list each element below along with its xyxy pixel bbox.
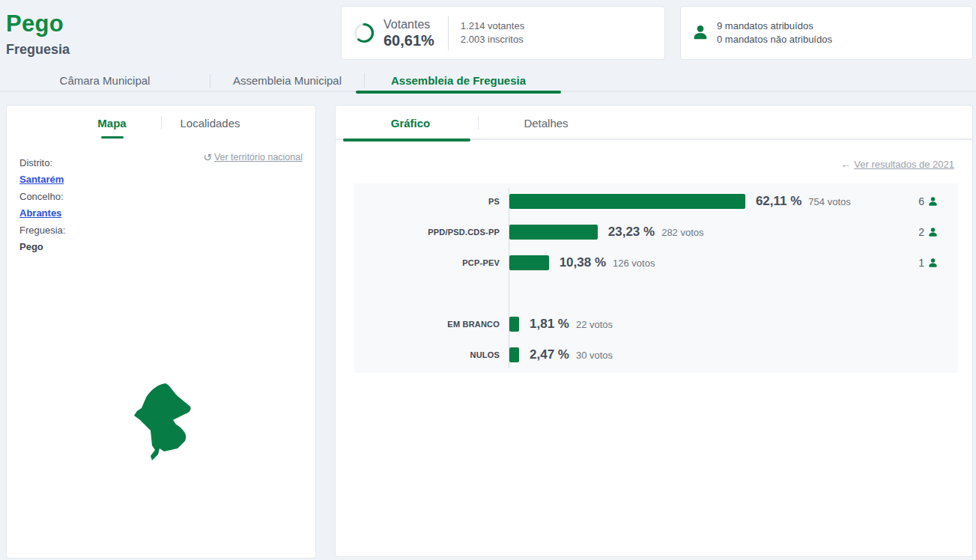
parish-label: Freguesia: <box>19 225 65 237</box>
result-bar <box>509 317 519 332</box>
percent-label: 62,11 % <box>756 194 801 209</box>
party-label: PPD/PSD.CDS-PP <box>354 228 509 237</box>
party-label: EM BRANCO <box>354 320 509 329</box>
parish-map[interactable] <box>118 381 207 465</box>
mandates-indicator: 2 <box>918 226 958 238</box>
mandates-count: 2 <box>918 226 924 238</box>
votes-label: 30 votos <box>576 350 613 361</box>
result-bar <box>509 225 598 240</box>
municipality-link[interactable]: Abrantes <box>19 207 65 219</box>
map-panel-tabs: Mapa Localidades <box>7 106 315 140</box>
view-2021-results-link[interactable]: ←Ver resultados de 2021 <box>840 158 954 170</box>
person-icon <box>927 258 939 269</box>
tab-localidades[interactable]: Localidades <box>162 106 259 140</box>
tab-assembleia-de-freguesia[interactable]: Assembleia de Freguesia <box>365 70 552 91</box>
result-row: EM BRANCO 1,81 % 22 votos <box>354 317 958 332</box>
tab-assembleia-municipal[interactable]: Assembleia Municipal <box>210 70 364 91</box>
votes-label: 282 votos <box>661 227 703 238</box>
organ-tab-bar: Câmara Municipal Assembleia Municipal As… <box>0 70 584 92</box>
turnout-donut-icon <box>352 21 376 45</box>
votes-label: 126 votos <box>613 258 655 269</box>
map-panel: Mapa Localidades ↺Ver território naciona… <box>6 105 316 559</box>
results-panel: Gráfico Detalhes ←Ver resultados de 2021… <box>335 105 973 557</box>
result-bar <box>509 194 745 209</box>
mandates-unassigned: 0 mandatos não atribuídos <box>717 33 832 46</box>
card-divider <box>448 16 449 50</box>
mandates-count: 6 <box>918 195 924 207</box>
votes-label: 754 votos <box>808 196 850 207</box>
percent-label: 10,38 % <box>560 255 606 270</box>
percent-label: 1,81 % <box>530 317 569 332</box>
result-row: PCP-PEV 10,38 % 126 votos 1 <box>354 255 958 270</box>
result-row: PPD/PSD.CDS-PP 23,23 % 282 votos 2 <box>354 225 958 240</box>
result-bar <box>509 347 519 362</box>
municipality-label: Concelho: <box>19 191 65 203</box>
mandates-count: 1 <box>918 257 924 269</box>
mandates-indicator: 6 <box>918 195 958 207</box>
party-label: PS <box>354 197 509 206</box>
result-row: PS 62,11 % 754 votos 6 <box>354 194 958 209</box>
undo-icon: ↺ <box>203 151 212 163</box>
tab-camara-municipal[interactable]: Câmara Municipal <box>0 70 210 91</box>
result-bar <box>509 255 549 270</box>
district-label: Distrito: <box>19 157 65 169</box>
turnout-label: Votantes <box>384 17 434 31</box>
voters-count: 1.214 votantes <box>461 19 524 33</box>
party-label: NULOS <box>354 350 509 359</box>
result-row: NULOS 2,47 % 30 votos <box>354 347 958 362</box>
person-icon <box>927 227 939 238</box>
tab-mapa[interactable]: Mapa <box>64 106 161 140</box>
results-chart-rows: PS 62,11 % 754 votos 6 PPD/PSD.CDS-PP 23… <box>354 194 958 378</box>
tab-detalhes[interactable]: Detalhes <box>479 106 613 140</box>
mandates-assigned: 9 mandatos atribuídos <box>717 19 832 33</box>
person-icon <box>927 196 939 207</box>
percent-label: 2,47 % <box>530 347 569 362</box>
registered-count: 2.003 inscritos <box>461 33 524 46</box>
tab-grafico[interactable]: Gráfico <box>343 106 478 140</box>
results-panel-tabs: Gráfico Detalhes <box>336 106 972 140</box>
party-label: PCP-PEV <box>354 258 509 267</box>
page-subtitle: Freguesia <box>6 42 70 58</box>
mandates-indicator: 1 <box>918 257 958 269</box>
person-icon <box>691 24 709 42</box>
parish-value: Pego <box>19 241 65 253</box>
turnout-percent: 60,61% <box>384 31 434 49</box>
percent-label: 23,23 % <box>608 225 655 240</box>
results-chart: PS 62,11 % 754 votos 6 PPD/PSD.CDS-PP 23… <box>354 183 958 373</box>
view-national-territory-link[interactable]: ↺Ver território nacional <box>203 150 303 162</box>
district-link[interactable]: Santarém <box>19 174 65 186</box>
votes-label: 22 votos <box>576 319 613 330</box>
turnout-card: Votantes 60,61% 1.214 votantes 2.003 ins… <box>341 6 665 60</box>
location-breadcrumb: Distrito: Santarém Concelho: Abrantes Fr… <box>19 152 65 253</box>
left-arrow-icon: ← <box>840 158 851 170</box>
page-title: Pego <box>6 10 64 37</box>
mandates-card: 9 mandatos atribuídos 0 mandatos não atr… <box>680 6 973 60</box>
